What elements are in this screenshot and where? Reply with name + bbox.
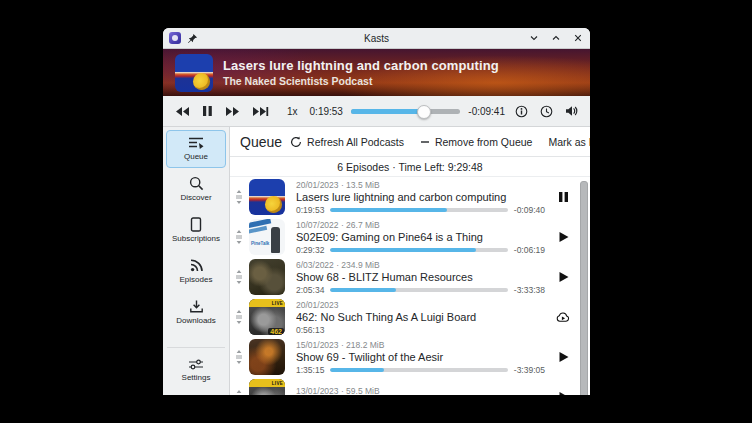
sidebar-item-label: Subscriptions — [172, 234, 220, 243]
player-bar: 1x 0:19:53 -0:09:41 — [163, 96, 590, 127]
episode-title: Show 68 - BLITZ Human Resources — [296, 271, 545, 283]
queue-summary: 6 Episodes · Time Left: 9:29:48 — [230, 157, 590, 177]
download-icon — [189, 299, 204, 314]
episode-title: 462: No Such Thing As A Luigi Board — [296, 311, 545, 323]
sidebar-item-label: Downloads — [176, 316, 216, 325]
episode-meta: 20/01/2023 · 13.5 MiB — [296, 180, 545, 190]
drag-handle-icon[interactable] — [234, 310, 244, 324]
drag-handle-icon[interactable] — [234, 390, 244, 395]
episode-meta: 6/03/2022 · 234.9 MiB — [296, 260, 545, 270]
artwork-text: LIVE — [272, 381, 285, 386]
sidebar-item-discover[interactable]: Discover — [166, 170, 226, 209]
episode-artwork: LIVE 462 — [249, 299, 285, 335]
mark-label: Mark as Played — [548, 136, 590, 148]
sidebar-item-label: Settings — [182, 373, 211, 382]
sidebar-item-settings[interactable]: Settings — [166, 352, 226, 389]
sidebar-item-label: Queue — [184, 152, 208, 161]
episode-pause-button[interactable] — [550, 184, 576, 210]
sidebar-item-label: Discover — [180, 193, 211, 202]
episode-row[interactable]: 20/01/2023 · 13.5 MiB Lasers lure lightn… — [230, 177, 580, 217]
episode-play-button[interactable] — [550, 384, 576, 395]
seek-forward-button[interactable] — [223, 104, 242, 119]
sidebar-item-downloads[interactable]: Downloads — [166, 293, 226, 332]
episode-play-button[interactable] — [550, 344, 576, 370]
sidebar-item-label: Episodes — [180, 275, 213, 284]
play-icon — [558, 351, 569, 363]
maximize-button[interactable] — [550, 32, 562, 44]
episode-stream-button[interactable] — [550, 304, 576, 330]
pause-button[interactable] — [200, 103, 215, 119]
minimize-button[interactable] — [528, 32, 540, 44]
remove-from-queue-button[interactable]: Remove from Queue — [418, 133, 534, 151]
now-playing-header[interactable]: Lasers lure lightning and carbon computi… — [163, 49, 590, 96]
seek-slider-handle[interactable] — [417, 105, 431, 119]
remaining-time: -0:09:41 — [468, 106, 505, 117]
search-icon — [189, 176, 204, 191]
remove-label: Remove from Queue — [435, 136, 532, 148]
now-playing-artwork — [175, 54, 213, 92]
episode-elapsed: 0:19:53 — [296, 205, 324, 215]
window-title: Kasts — [259, 33, 494, 44]
seek-slider[interactable] — [351, 104, 460, 118]
episode-artwork: PineTalk — [249, 219, 285, 255]
now-playing-podcast: The Naked Scientists Podcast — [223, 75, 499, 87]
volume-icon[interactable] — [563, 103, 580, 119]
episode-title: Lasers lure lightning and carbon computi… — [296, 191, 545, 203]
pin-icon[interactable] — [187, 33, 198, 44]
drag-handle-icon[interactable] — [234, 190, 244, 204]
refresh-icon — [290, 136, 302, 148]
episode-row[interactable]: LIVE 13/01/2023 · 59.5 MiB 461: No Such … — [230, 377, 580, 395]
kasts-app-icon — [169, 32, 181, 44]
episode-row[interactable]: 6/03/2022 · 234.9 MiB Show 68 - BLITZ Hu… — [230, 257, 580, 297]
episode-meta: 10/07/2022 · 26.7 MiB — [296, 220, 545, 230]
bookmark-icon — [190, 217, 202, 232]
mark-as-played-button[interactable]: Mark as Played — [546, 133, 590, 151]
episode-meta: 13/01/2023 · 59.5 MiB — [296, 386, 545, 396]
episode-row[interactable]: 15/01/2023 · 218.2 MiB Show 69 - Twiligh… — [230, 337, 580, 377]
episode-artwork: LIVE — [249, 379, 285, 395]
minus-icon — [420, 137, 430, 147]
episode-row[interactable]: PineTalk 10/07/2022 · 26.7 MiB S02E09: G… — [230, 217, 580, 257]
episode-progress-bar[interactable] — [330, 208, 507, 212]
page-header: Queue Refresh All Podcasts Remove from Q… — [230, 127, 590, 157]
sidebar-item-queue[interactable]: Queue — [166, 130, 226, 168]
episode-remaining: -0:09:40 — [514, 205, 545, 215]
queue-icon — [188, 136, 204, 150]
play-icon — [558, 391, 569, 395]
episode-progress-bar[interactable] — [330, 368, 507, 372]
drag-handle-icon[interactable] — [234, 270, 244, 284]
episode-elapsed: 2:05:34 — [296, 285, 324, 295]
episode-play-button[interactable] — [550, 224, 576, 250]
elapsed-time: 0:19:53 — [310, 106, 343, 117]
drag-handle-icon[interactable] — [234, 350, 244, 364]
episode-title: S02E09: Gaming on Pine64 is a Thing — [296, 231, 545, 243]
episode-elapsed: 0:29:32 — [296, 245, 324, 255]
settings-sliders-icon — [188, 358, 204, 371]
seek-backward-button[interactable] — [173, 104, 192, 119]
episode-progress-bar[interactable] — [330, 248, 507, 252]
queue-page: Queue Refresh All Podcasts Remove from Q… — [230, 127, 590, 395]
refresh-all-podcasts-button[interactable]: Refresh All Podcasts — [288, 133, 406, 151]
sidebar-item-subscriptions[interactable]: Subscriptions — [166, 211, 226, 250]
desktop-background: Kasts Lasers lure lightning and carbon c… — [0, 0, 752, 423]
episode-remaining: -3:39:05 — [514, 365, 545, 375]
playback-speed[interactable]: 1x — [287, 106, 298, 117]
drag-handle-icon[interactable] — [234, 230, 244, 244]
sidebar-item-episodes[interactable]: Episodes — [166, 252, 226, 291]
play-icon — [558, 231, 569, 243]
titlebar[interactable]: Kasts — [163, 28, 590, 49]
cloud-play-icon — [556, 311, 570, 323]
episode-elapsed: 1:35:15 — [296, 365, 324, 375]
close-button[interactable] — [572, 32, 584, 44]
list-scrollbar[interactable] — [580, 181, 588, 395]
episode-info-icon[interactable] — [513, 103, 530, 120]
episode-remaining: -3:33:38 — [514, 285, 545, 295]
skip-next-button[interactable] — [250, 104, 271, 119]
episode-progress-bar[interactable] — [330, 288, 507, 292]
episode-play-button[interactable] — [550, 264, 576, 290]
main-area: Queue Discover Subscriptions Episodes Do… — [163, 127, 590, 395]
artwork-text: PineTalk — [251, 241, 269, 246]
episode-row[interactable]: LIVE 462 20/01/2023 462: No Such Thing A… — [230, 297, 580, 337]
episode-artwork — [249, 259, 285, 295]
sleep-timer-icon[interactable] — [538, 103, 555, 120]
